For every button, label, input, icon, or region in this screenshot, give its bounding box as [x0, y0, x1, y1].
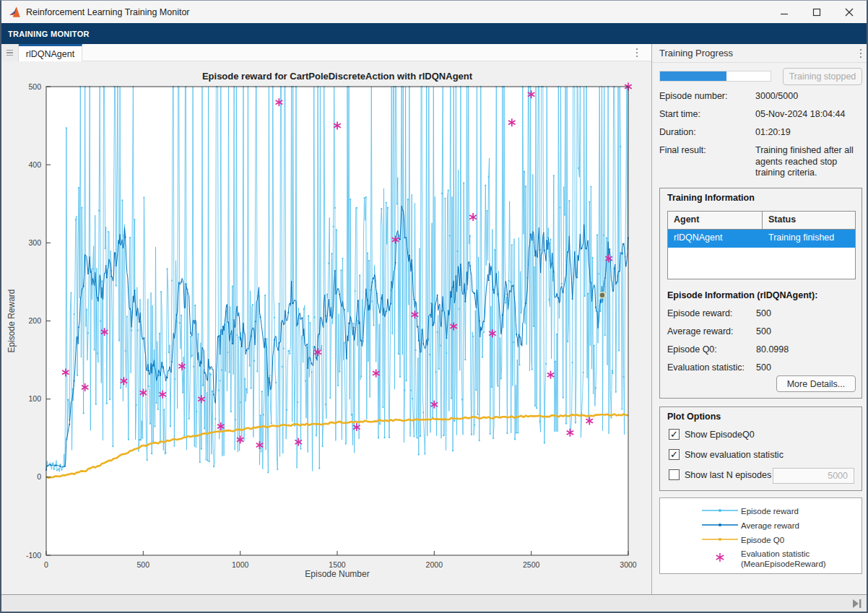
- status-bar: [1, 594, 867, 612]
- legend-label-episode-q0: Episode Q0: [741, 535, 784, 545]
- legend-asterisk-evaluation-statistic: [702, 551, 738, 560]
- svg-text:0: 0: [37, 472, 41, 481]
- matlab-logo-icon: [9, 6, 22, 18]
- average-reward-value: 500: [756, 326, 771, 336]
- final-result-value: Training finished after all agents reach…: [755, 145, 865, 179]
- panel-actions-button[interactable]: [854, 45, 867, 61]
- show-evaluation-statistic-label: Show evaluation statistic: [685, 450, 784, 460]
- title-bar: Reinforcement Learning Training Monitor: [1, 1, 867, 23]
- start-time-label: Start time:: [659, 109, 700, 119]
- agent-column-header: Agent: [668, 212, 763, 230]
- agent-status-table: Agent Status rlDQNAgent Training finishe…: [667, 211, 856, 279]
- svg-text:1000: 1000: [232, 560, 249, 569]
- kebab-menu-icon: [636, 48, 638, 51]
- show-episodeq0-label: Show EpisodeQ0: [685, 430, 755, 440]
- episode-reward-label: Episode reward:: [667, 308, 732, 318]
- start-time-value: 05-Nov-2024 18:04:44: [755, 109, 865, 121]
- episode-q0-value: 80.0998: [756, 344, 789, 355]
- show-last-n-episodes-label: Show last N episodes: [685, 470, 771, 480]
- more-details-button[interactable]: More Details...: [776, 375, 856, 392]
- table-row-rldqnagent[interactable]: rlDQNAgent Training finished: [668, 230, 855, 248]
- svg-text:200: 200: [28, 316, 41, 325]
- chart-panel: 050010001500200025003000-100010020030040…: [1, 61, 651, 594]
- table-header-row: Agent Status: [668, 212, 855, 230]
- ribbon-tab-training-monitor[interactable]: TRAINING MONITOR: [8, 30, 90, 38]
- svg-text:300: 300: [28, 238, 41, 247]
- legend-label-episode-reward: Episode reward: [741, 506, 799, 516]
- episode-information-title: Episode Information (rlDQNAgent):: [667, 290, 817, 300]
- legend-line-average-reward: [702, 521, 738, 529]
- svg-text:2500: 2500: [523, 560, 540, 569]
- panel-header: Training Progress: [652, 44, 868, 63]
- close-icon: [845, 8, 854, 17]
- agent-cell: rlDQNAgent: [668, 230, 763, 248]
- show-episodeq0-checkbox[interactable]: ✓: [669, 429, 680, 440]
- duration-value: 01:20:19: [755, 127, 865, 139]
- svg-text:Episode Reward: Episode Reward: [6, 289, 17, 352]
- tab-overflow-handle[interactable]: [1, 44, 19, 61]
- svg-text:2000: 2000: [426, 560, 443, 569]
- episode-number-value: 3000/5000: [755, 91, 865, 103]
- plot-options-group: Plot Options ✓ Show EpisodeQ0 ✓ Show eva…: [659, 407, 862, 491]
- evaluation-statistic-label: Evaluation statistic:: [667, 362, 745, 373]
- maximize-button[interactable]: [800, 1, 833, 23]
- hamburger-icon: [6, 50, 13, 51]
- show-evaluation-statistic-checkbox[interactable]: ✓: [669, 449, 680, 460]
- episode-reward-value: 500: [756, 308, 771, 318]
- show-last-n-episodes-checkbox[interactable]: [669, 469, 680, 480]
- svg-text:400: 400: [28, 160, 41, 169]
- status-cell: Training finished: [763, 230, 855, 248]
- episode-number-label: Episode number:: [659, 91, 728, 101]
- app-window: Reinforcement Learning Training Monitor …: [0, 0, 868, 613]
- training-progress-panel: Training Progress Training stopped Episo…: [651, 44, 868, 594]
- window-title: Reinforcement Learning Training Monitor: [26, 7, 190, 17]
- skip-to-end-icon[interactable]: [851, 598, 864, 609]
- progress-bar-fill: [660, 71, 726, 81]
- tab-label: rlDQNAgent: [26, 49, 74, 59]
- legend-line-episode-q0: [702, 535, 738, 544]
- close-button[interactable]: [833, 1, 865, 23]
- minimize-icon: [780, 8, 789, 17]
- svg-text:-100: -100: [26, 551, 41, 560]
- last-n-episodes-input: [773, 468, 854, 484]
- svg-text:3000: 3000: [620, 560, 637, 569]
- legend-line-episode-reward: [702, 506, 738, 515]
- episode-q0-label: Episode Q0:: [667, 344, 717, 355]
- svg-text:100: 100: [28, 394, 41, 403]
- chart-panel-actions-button[interactable]: [630, 44, 644, 61]
- plot-options-title: Plot Options: [667, 412, 721, 422]
- svg-text:500: 500: [28, 82, 41, 91]
- status-column-header: Status: [763, 212, 855, 230]
- svg-text:1500: 1500: [329, 560, 346, 569]
- ribbon-toolstrip: TRAINING MONITOR: [1, 23, 867, 44]
- final-result-label: Final result:: [659, 145, 706, 155]
- tab-rldqnagent[interactable]: rlDQNAgent: [19, 44, 82, 61]
- training-information-title: Training Information: [667, 193, 755, 203]
- legend-label-evaluation-statistic: Evaluation statistic (MeanEpisodeReward): [741, 549, 826, 570]
- svg-text:500: 500: [137, 560, 150, 569]
- minimize-button[interactable]: [768, 1, 800, 23]
- document-tab-bar: rlDQNAgent: [1, 44, 651, 61]
- legend-label-average-reward: Average reward: [741, 521, 799, 531]
- duration-label: Duration:: [659, 127, 696, 137]
- training-reward-chart[interactable]: 050010001500200025003000-100010020030040…: [1, 61, 651, 594]
- training-progress-bar: [659, 71, 771, 82]
- evaluation-statistic-value: 500: [756, 362, 771, 373]
- maximize-icon: [812, 8, 821, 17]
- training-stopped-button: Training stopped: [783, 68, 862, 85]
- average-reward-label: Average reward:: [667, 326, 734, 336]
- chart-legend: Episode reward Average reward Episode Q0…: [659, 497, 862, 574]
- training-information-group: Training Information Agent Status rlDQNA…: [659, 188, 862, 399]
- svg-text:Episode Number: Episode Number: [305, 569, 369, 579]
- svg-text:0: 0: [44, 560, 48, 569]
- svg-text:Episode reward for CartPoleDis: Episode reward for CartPoleDiscreteActio…: [202, 71, 473, 82]
- panel-title: Training Progress: [659, 48, 733, 58]
- kebab-menu-icon: [860, 49, 862, 51]
